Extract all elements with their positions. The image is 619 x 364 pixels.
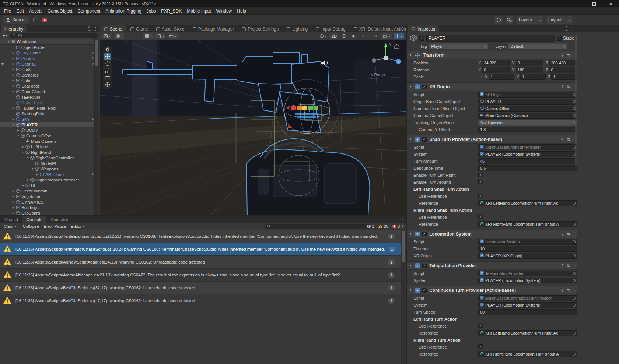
tab-console[interactable]: Console: [22, 216, 46, 223]
presets-icon[interactable]: [566, 137, 571, 142]
scene-visibility-toggle[interactable]: [371, 33, 379, 39]
object-field[interactable]: CameraOffset: [478, 106, 577, 112]
object-picker-icon[interactable]: [571, 296, 577, 301]
foldout-arrow-icon[interactable]: ▶: [26, 179, 30, 181]
hierarchy-item-player[interactable]: ▼PLAYER: [0, 122, 99, 127]
foldout-arrow-icon[interactable]: ▶: [11, 212, 15, 215]
component-enabled-checkbox[interactable]: ✓: [422, 232, 427, 236]
warning-count-toggle[interactable]: 38: [378, 224, 388, 229]
foldout-arrow-icon[interactable]: ▼: [11, 123, 15, 126]
foldout-arrow-icon[interactable]: ▶: [21, 184, 25, 187]
foldout-arrow-icon[interactable]: ▶: [11, 107, 15, 110]
static-checkbox[interactable]: [557, 36, 562, 41]
console-search-input[interactable]: [265, 224, 370, 229]
hierarchy-item-bullet-hole-pool[interactable]: ▶_Bullet_Hole_Pool: [0, 105, 99, 111]
hierarchy-item-lefthand[interactable]: ▶LeftHand: [0, 144, 99, 149]
error-pause-button[interactable]: Error Pause: [41, 223, 68, 230]
collapse-button[interactable]: Collapse: [21, 223, 42, 230]
open-prefab-chevron-icon[interactable]: >: [92, 117, 94, 121]
toggle-2d-button[interactable]: 2D: [330, 33, 338, 39]
foldout-arrow-icon[interactable]: ▶: [11, 190, 15, 192]
hierarchy-item-dynamics[interactable]: ▶DYNAMICS: [0, 199, 99, 205]
object-picker-icon[interactable]: [571, 271, 577, 276]
gameobject-name-field[interactable]: PLAYER: [426, 35, 555, 42]
maximize-button[interactable]: [586, 0, 602, 7]
menu-gameobject[interactable]: GameObject: [45, 7, 75, 15]
hierarchy-item-sky[interactable]: ▶SKY>: [0, 116, 99, 122]
console-entry[interactable]: [16:11:36] Assets\Scripts\AmmoAffichage.…: [0, 269, 401, 282]
text-field[interactable]: 1.8: [478, 127, 577, 132]
component-header-continuous-turn-provider-action-based[interactable]: ▼#✓Continuous Turn Provider (Action-base…: [407, 286, 580, 294]
open-prefab-chevron-icon[interactable]: >: [92, 56, 94, 60]
cloud-icon[interactable]: [32, 17, 39, 23]
tab-project[interactable]: Project: [1, 216, 22, 223]
gameobject-active-checkbox[interactable]: ✓: [419, 36, 424, 41]
foldout-arrow-icon[interactable]: ▼: [21, 151, 25, 153]
kebab-menu-icon[interactable]: ⋮: [94, 26, 98, 31]
hierarchy-scrollbar[interactable]: [94, 39, 99, 215]
hierarchy-item-debris1[interactable]: ▶Debris1>: [0, 61, 99, 67]
console-entry[interactable]: [16:11:36] Assets\Scripts\BeltClipScript…: [0, 282, 401, 294]
object-field[interactable]: XRI RightHand Locomotion/Turn (Input A: [478, 221, 577, 227]
tab-input-debug[interactable]: Input Debug: [312, 25, 349, 32]
object-field[interactable]: #ActionBasedContinuousTurnProvider: [478, 295, 577, 301]
hierarchy-item-main-camera[interactable]: Main Camera: [0, 138, 99, 144]
menu-edit[interactable]: Edit: [14, 7, 27, 15]
vector-field-x[interactable]: 0: [482, 67, 510, 73]
foldout-arrow-icon[interactable]: ▼: [409, 85, 413, 88]
snap-settings-dropdown[interactable]: ▾: [155, 33, 165, 39]
foldout-arrow-icon[interactable]: ▶: [11, 79, 15, 82]
menu-component[interactable]: Component: [75, 7, 103, 15]
open-prefab-chevron-icon[interactable]: >: [92, 62, 94, 66]
vector-field-y[interactable]: 0: [516, 60, 543, 66]
vector-field-z[interactable]: 206.438: [549, 60, 577, 66]
object-field[interactable]: #LocomotionSystem: [478, 239, 577, 245]
console-entry[interactable]: [16:11:36] Assets\Scripts\AnNewScriptAga…: [0, 256, 401, 269]
console-entry[interactable]: [16:11:36] Assets\Scripts\BeltClipScript…: [0, 294, 401, 307]
object-field[interactable]: #PLAYER (Locomotion System): [478, 278, 577, 283]
object-field[interactable]: XRI LeftHand Locomotion/Turn (Input Ac: [478, 200, 577, 206]
vector-field-y[interactable]: 180: [516, 67, 543, 73]
foldout-arrow-icon[interactable]: ▼: [409, 232, 413, 236]
hierarchy-item-seal-door[interactable]: ▶Seal door: [0, 83, 99, 89]
kebab-icon[interactable]: ⋮: [401, 26, 405, 31]
add-gameobject-button[interactable]: +▾: [1, 33, 9, 39]
layers-dropdown[interactable]: Layers▾: [517, 16, 543, 24]
foldout-arrow-icon[interactable]: ▶: [35, 173, 39, 176]
hierarchy-item-door-closed[interactable]: ▶Door Closed: [0, 89, 99, 94]
help-icon[interactable]: ?: [561, 232, 563, 236]
tab-project-settings[interactable]: Project Settings: [238, 25, 282, 32]
presets-icon[interactable]: [566, 288, 571, 293]
object-picker-icon[interactable]: [571, 278, 577, 283]
hierarchy-item-startingpoint[interactable]: StartingPoint: [0, 111, 99, 116]
scene-view-options-dropdown[interactable]: ▾: [114, 33, 124, 39]
hierarchy-item-ui[interactable]: ▶UI: [0, 183, 99, 188]
vector-field-z[interactable]: 0: [549, 67, 577, 73]
presets-icon[interactable]: [566, 232, 571, 236]
collab-icon[interactable]: [42, 18, 47, 22]
scrollbar-thumb[interactable]: [95, 40, 98, 66]
presets-icon[interactable]: [566, 85, 571, 89]
property-checkbox[interactable]: ✓: [478, 194, 483, 198]
search-button[interactable]: ▾: [506, 16, 514, 24]
object-picker-icon[interactable]: [571, 303, 577, 308]
editor-dropdown[interactable]: Editor▾: [69, 223, 87, 230]
menu-jobs[interactable]: Jobs: [144, 7, 158, 15]
text-field[interactable]: 45: [478, 158, 577, 164]
vector-field-x[interactable]: 34.826: [482, 60, 510, 66]
foldout-arrow-icon[interactable]: ▼: [409, 264, 413, 267]
object-picker-icon[interactable]: [571, 351, 577, 357]
hierarchy-item-body[interactable]: ▶BODY: [0, 127, 99, 133]
foldout-arrow-icon[interactable]: ▶: [11, 63, 15, 66]
object-field[interactable]: #PLAYER (Locomotion System): [478, 151, 577, 157]
tab-inspector[interactable]: Inspector: [408, 25, 439, 32]
lock-icon[interactable]: [564, 26, 569, 32]
foldout-arrow-icon[interactable]: ▶: [21, 145, 25, 148]
object-field[interactable]: #XROrigin: [478, 92, 577, 98]
hierarchy-item-wasteland[interactable]: ▼Wasteland⋮: [0, 39, 99, 45]
presets-icon[interactable]: [566, 53, 571, 57]
tab-animator[interactable]: Animator: [47, 216, 72, 223]
increment-snap-dropdown[interactable]: ▾: [168, 33, 178, 39]
hierarchy-item-objectpooler[interactable]: ObjectPooler: [0, 45, 99, 50]
hierarchy-item-buildings[interactable]: ▶Buildings: [0, 205, 99, 210]
